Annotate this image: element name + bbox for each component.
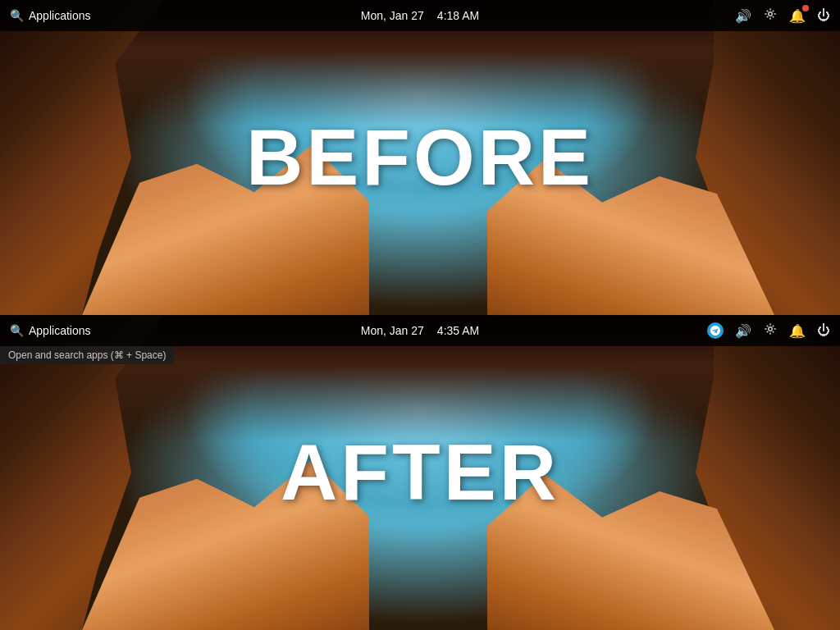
search-icon-after: 🔍 — [10, 324, 24, 337]
bell-icon-after[interactable]: 🔔 — [789, 323, 806, 339]
time-before: 4:18 AM — [437, 9, 479, 22]
applications-menu-after[interactable]: 🔍 Applications — [10, 324, 91, 337]
telegram-icon-after[interactable] — [707, 322, 724, 339]
svg-point-0 — [769, 12, 773, 16]
power-icon-after[interactable]: ⏻ — [817, 323, 830, 338]
volume-icon-after[interactable]: 🔊 — [735, 323, 751, 339]
before-panel: 🔍 Applications Mon, Jan 27 4:18 AM 🔊 🔔 ⏻ — [0, 0, 840, 315]
tooltip-bar-after: Open and search apps (⌘ + Space) — [0, 346, 174, 364]
after-panel: 🔍 Applications Mon, Jan 27 4:35 AM 🔊 🔔 — [0, 315, 840, 630]
network-icon-after[interactable] — [763, 322, 778, 340]
date-after: Mon, Jan 27 — [361, 324, 424, 337]
notification-badge-before — [802, 5, 809, 11]
notification-icon-before[interactable]: 🔔 — [789, 8, 806, 24]
search-icon-before: 🔍 — [10, 9, 24, 22]
svg-point-1 — [769, 327, 773, 331]
date-before: Mon, Jan 27 — [361, 9, 424, 22]
after-overlay-text: AFTER — [281, 427, 559, 518]
system-tray-before: 🔊 🔔 ⏻ — [735, 7, 830, 25]
applications-label-after[interactable]: Applications — [29, 324, 91, 337]
datetime-before: Mon, Jan 27 4:18 AM — [361, 9, 479, 22]
applications-menu-before[interactable]: 🔍 Applications — [10, 9, 91, 22]
topbar-after: 🔍 Applications Mon, Jan 27 4:35 AM 🔊 🔔 — [0, 315, 840, 346]
before-overlay-text: BEFORE — [246, 112, 594, 203]
system-tray-after: 🔊 🔔 ⏻ — [707, 322, 830, 340]
time-after: 4:35 AM — [437, 324, 479, 337]
topbar-before: 🔍 Applications Mon, Jan 27 4:18 AM 🔊 🔔 ⏻ — [0, 0, 840, 31]
applications-label-before[interactable]: Applications — [29, 9, 91, 22]
datetime-after: Mon, Jan 27 4:35 AM — [361, 324, 479, 337]
power-icon-before[interactable]: ⏻ — [817, 8, 830, 23]
network-icon-before[interactable] — [763, 7, 778, 25]
volume-icon-before[interactable]: 🔊 — [735, 8, 751, 24]
